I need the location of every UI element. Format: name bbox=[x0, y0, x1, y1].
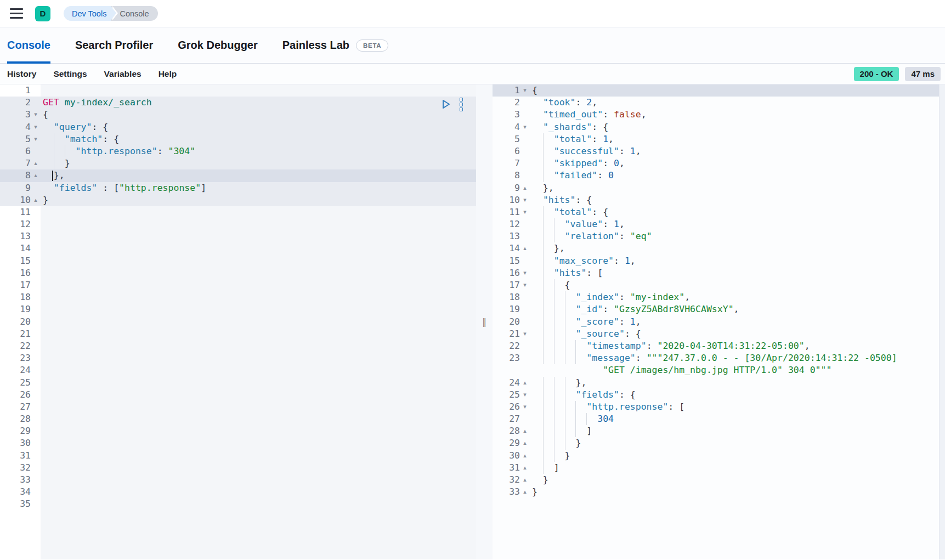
request-line[interactable]: 29 bbox=[0, 425, 476, 437]
request-line[interactable]: 2GET my-index/_search bbox=[0, 97, 476, 109]
request-line[interactable]: 13 bbox=[0, 230, 476, 242]
fold-toggle-icon[interactable]: ▴ bbox=[520, 182, 530, 194]
fold-toggle-icon[interactable]: ▴ bbox=[520, 450, 530, 462]
response-line[interactable]: "GET /images/hm_nbg.jpg HTTP/1.0" 304 0"… bbox=[493, 364, 939, 376]
response-line[interactable]: 22 "timestamp": "2020-04-30T14:31:22-05:… bbox=[493, 340, 939, 352]
response-line[interactable]: 9▴ }, bbox=[493, 182, 939, 194]
request-line[interactable]: 1 bbox=[0, 84, 476, 97]
request-line[interactable]: 23 bbox=[0, 352, 476, 364]
fold-toggle-icon[interactable]: ▾ bbox=[520, 279, 530, 291]
request-line[interactable]: 34 bbox=[0, 486, 476, 498]
request-line[interactable]: 27 bbox=[0, 401, 476, 413]
fold-toggle-icon[interactable]: ▾ bbox=[520, 328, 530, 340]
panel-resize-handle[interactable]: ‖ bbox=[476, 84, 493, 559]
response-line[interactable]: 2 "took": 2, bbox=[493, 97, 939, 109]
fold-toggle-icon[interactable]: ▾ bbox=[31, 109, 41, 121]
response-line[interactable]: 30▴ } bbox=[493, 450, 939, 462]
request-line[interactable]: 22 bbox=[0, 340, 476, 352]
tab-search-profiler[interactable]: Search Profiler bbox=[75, 27, 153, 63]
response-line[interactable]: 10▾ "hits": { bbox=[493, 194, 939, 206]
menu-item-history[interactable]: History bbox=[7, 69, 36, 79]
fold-toggle-icon[interactable]: ▾ bbox=[520, 84, 530, 97]
request-line[interactable]: 30 bbox=[0, 437, 476, 449]
response-line[interactable]: 1▾{ bbox=[493, 84, 939, 97]
response-output-panel[interactable]: 1▾{2 "took": 2,3 "timed_out": false,4▾ "… bbox=[493, 84, 945, 559]
request-line[interactable]: 7▴ } bbox=[0, 157, 476, 169]
request-line[interactable]: 28 bbox=[0, 413, 476, 425]
fold-toggle-icon[interactable]: ▾ bbox=[31, 121, 41, 133]
response-line[interactable]: 18 "_index": "my-index", bbox=[493, 291, 939, 303]
request-line[interactable]: 12 bbox=[0, 218, 476, 230]
response-line[interactable]: 8 "failed": 0 bbox=[493, 169, 939, 182]
response-line[interactable]: 24▴ }, bbox=[493, 377, 939, 389]
request-line[interactable]: 16 bbox=[0, 267, 476, 279]
menu-item-settings[interactable]: Settings bbox=[53, 69, 87, 79]
request-line[interactable]: 15 bbox=[0, 255, 476, 267]
request-line[interactable]: 17 bbox=[0, 279, 476, 291]
response-line[interactable]: 29▴ } bbox=[493, 437, 939, 449]
request-line[interactable]: 25 bbox=[0, 377, 476, 389]
request-line[interactable]: 32 bbox=[0, 462, 476, 474]
request-line[interactable]: 26 bbox=[0, 389, 476, 401]
response-line[interactable]: 4▾ "_shards": { bbox=[493, 121, 939, 133]
fold-toggle-icon[interactable]: ▴ bbox=[520, 242, 530, 254]
request-line[interactable]: 11 bbox=[0, 206, 476, 218]
request-editor-panel[interactable]: 12GET my-index/_search3▾{4▾ "query": {5▾… bbox=[0, 84, 476, 559]
response-line[interactable]: 7 "skipped": 0, bbox=[493, 157, 939, 169]
request-line[interactable]: 3▾{ bbox=[0, 109, 476, 121]
fold-toggle-icon[interactable]: ▾ bbox=[31, 133, 41, 145]
fold-toggle-icon[interactable]: ▴ bbox=[520, 486, 530, 498]
response-line[interactable]: 20 "_score": 1, bbox=[493, 316, 939, 328]
fold-toggle-icon[interactable]: ▴ bbox=[520, 462, 530, 474]
request-line[interactable]: 24 bbox=[0, 364, 476, 376]
request-line[interactable]: 20 bbox=[0, 316, 476, 328]
response-line[interactable]: 13 "relation": "eq" bbox=[493, 230, 939, 242]
response-line[interactable]: 5 "total": 1, bbox=[493, 133, 939, 145]
menu-item-variables[interactable]: Variables bbox=[104, 69, 142, 79]
response-line[interactable]: 3 "timed_out": false, bbox=[493, 109, 939, 121]
request-line[interactable]: 6 "http.response": "304" bbox=[0, 145, 476, 157]
request-line[interactable]: 14 bbox=[0, 242, 476, 254]
response-line[interactable]: 32▴ } bbox=[493, 474, 939, 486]
fold-toggle-icon[interactable]: ▴ bbox=[31, 169, 41, 182]
response-line[interactable]: 15 "max_score": 1, bbox=[493, 255, 939, 267]
response-line[interactable]: 6 "successful": 1, bbox=[493, 145, 939, 157]
fold-toggle-icon[interactable]: ▴ bbox=[520, 425, 530, 437]
breadcrumb-dev-tools[interactable]: Dev Tools bbox=[64, 6, 111, 21]
fold-toggle-icon[interactable]: ▾ bbox=[520, 401, 530, 413]
space-avatar[interactable]: D bbox=[35, 6, 50, 21]
fold-toggle-icon[interactable]: ▴ bbox=[520, 437, 530, 449]
request-options-icon[interactable] bbox=[460, 98, 463, 111]
response-line[interactable]: 14▴ }, bbox=[493, 242, 939, 254]
response-line[interactable]: 11▾ "total": { bbox=[493, 206, 939, 218]
fold-toggle-icon[interactable]: ▾ bbox=[520, 121, 530, 133]
fold-toggle-icon[interactable]: ▾ bbox=[520, 389, 530, 401]
fold-toggle-icon[interactable]: ▾ bbox=[520, 194, 530, 206]
request-line[interactable]: 19 bbox=[0, 303, 476, 315]
fold-toggle-icon[interactable]: ▴ bbox=[520, 474, 530, 486]
menu-icon[interactable] bbox=[10, 8, 23, 19]
response-line[interactable]: 16▾ "hits": [ bbox=[493, 267, 939, 279]
fold-toggle-icon[interactable]: ▾ bbox=[520, 206, 530, 218]
response-line[interactable]: 17▾ { bbox=[493, 279, 939, 291]
response-line[interactable]: 25▾ "fields": { bbox=[493, 389, 939, 401]
request-line[interactable]: 9 "fields" : ["http.response"] bbox=[0, 182, 476, 194]
request-line[interactable]: 35 bbox=[0, 498, 476, 510]
menu-item-help[interactable]: Help bbox=[159, 69, 177, 79]
response-line[interactable]: 23 "message": """247.37.0.0 - - [30/Apr/… bbox=[493, 352, 939, 364]
fold-toggle-icon[interactable]: ▾ bbox=[520, 267, 530, 279]
fold-toggle-icon[interactable]: ▴ bbox=[520, 377, 530, 389]
request-line[interactable]: 4▾ "query": { bbox=[0, 121, 476, 133]
response-line[interactable]: 27 304 bbox=[493, 413, 939, 425]
response-line[interactable]: 31▴ ] bbox=[493, 462, 939, 474]
response-line[interactable]: 26▾ "http.response": [ bbox=[493, 401, 939, 413]
request-line[interactable]: 5▾ "match": { bbox=[0, 133, 476, 145]
response-line[interactable]: 28▴ ] bbox=[493, 425, 939, 437]
fold-toggle-icon[interactable]: ▴ bbox=[31, 157, 41, 169]
response-line[interactable]: 19 "_id": "GzsyZ5ABdr8VH6CAWsxY", bbox=[493, 303, 939, 315]
response-line[interactable]: 12 "value": 1, bbox=[493, 218, 939, 230]
response-scrollbar[interactable] bbox=[939, 84, 945, 559]
request-line[interactable]: 31 bbox=[0, 450, 476, 462]
response-line[interactable]: 33▴} bbox=[493, 486, 939, 498]
send-request-icon[interactable] bbox=[440, 99, 451, 110]
